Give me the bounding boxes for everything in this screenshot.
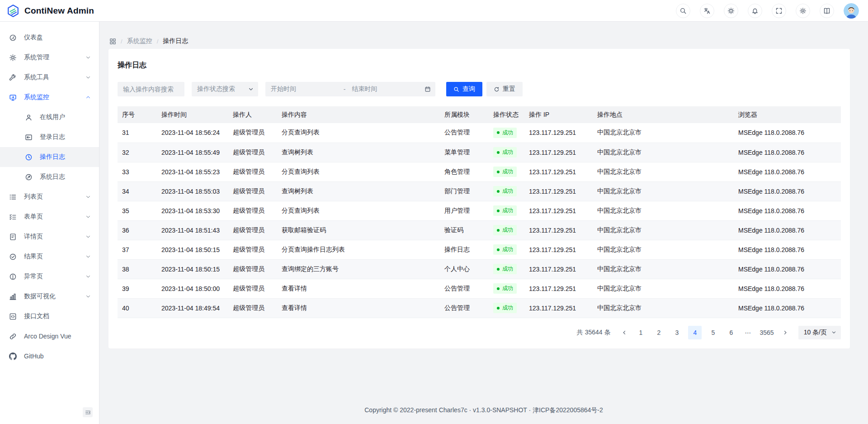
page-size-select[interactable]: 10 条/页 — [798, 326, 841, 339]
app-title: ContiNew Admin — [24, 6, 94, 16]
pagination-ellipsis[interactable]: ⋯ — [742, 329, 753, 336]
table-row[interactable]: 322023-11-04 18:55:49超级管理员查询树列表菜单管理成功123… — [118, 143, 841, 162]
table-row[interactable]: 362023-11-04 18:51:43超级管理员获取邮箱验证码验证码成功12… — [118, 220, 841, 240]
sidebar-item-detail[interactable]: 详情页 — [0, 227, 99, 247]
pagination-page-3[interactable]: 3 — [670, 326, 684, 339]
pagination-page-6[interactable]: 6 — [724, 326, 738, 339]
user-avatar[interactable] — [844, 3, 859, 19]
status-cell: 成功 — [489, 220, 524, 240]
sidebar-item-label: Arco Design Vue — [24, 333, 91, 340]
docs-button[interactable] — [820, 4, 834, 18]
table-cell: 2023-11-04 18:51:43 — [157, 220, 228, 240]
reset-button[interactable]: 重置 — [486, 82, 523, 96]
pagination-page-1[interactable]: 1 — [634, 326, 647, 339]
table-row[interactable]: 332023-11-04 18:55:23超级管理员分页查询列表角色管理成功12… — [118, 162, 841, 181]
sidebar-item-syslog[interactable]: 系统日志 — [0, 167, 99, 187]
sidebar-item-label: 系统监控 — [24, 93, 85, 101]
notifications-button[interactable] — [748, 4, 762, 18]
detail-icon — [9, 233, 17, 241]
table-cell: 菜单管理 — [440, 143, 489, 162]
table-column-header: 操作时间 — [157, 106, 228, 123]
table-cell: 36 — [118, 220, 157, 240]
apps-grid-icon[interactable] — [109, 38, 116, 45]
date-range-picker[interactable]: 开始时间 - 结束时间 — [265, 82, 435, 96]
table-cell: 用户管理 — [440, 201, 489, 220]
result-icon — [9, 253, 17, 261]
breadcrumb-item-current: 操作日志 — [163, 37, 188, 45]
sidebar-item-wrench[interactable]: 系统工具 — [0, 67, 99, 87]
sidebar-item-form[interactable]: 表单页 — [0, 207, 99, 227]
sidebar-item-list[interactable]: 列表页 — [0, 187, 99, 207]
table-cell: 超级管理员 — [228, 240, 277, 259]
table-cell: MSEdge 118.0.2088.76 — [734, 143, 841, 162]
table-row[interactable]: 382023-11-04 18:50:15超级管理员查询绑定的三方账号个人中心成… — [118, 259, 841, 279]
wrench-icon — [9, 74, 17, 81]
sidebar-item-label: 系统工具 — [24, 73, 85, 81]
table-cell: 超级管理员 — [228, 201, 277, 220]
brand[interactable]: ContiNew Admin — [0, 4, 94, 18]
pagination-next-button[interactable] — [778, 326, 792, 339]
breadcrumb-item-parent[interactable]: 系统监控 — [127, 37, 152, 45]
chevron-down-icon — [85, 75, 91, 80]
sidebar-item-github[interactable]: GitHub — [0, 346, 99, 366]
sidebar-item-chart[interactable]: 数据可视化 — [0, 286, 99, 306]
operation-status-select[interactable]: 操作状态搜索 — [192, 82, 258, 96]
table-row[interactable]: 312023-11-04 18:56:24超级管理员分页查询列表公告管理成功12… — [118, 123, 841, 143]
sidebar-item-dashboard[interactable]: 仪表盘 — [0, 28, 99, 48]
sidebar-item-login-log[interactable]: 登录日志 — [0, 127, 99, 147]
sidebar-item-result[interactable]: 结果页 — [0, 247, 99, 267]
chevron-right-icon — [783, 330, 788, 335]
table-cell: 部门管理 — [440, 181, 489, 201]
table-cell: 公告管理 — [440, 279, 489, 298]
table-cell: 分页查询列表 — [277, 123, 440, 143]
table-cell: 查询树列表 — [277, 143, 440, 162]
status-badge: 成功 — [493, 225, 517, 235]
sidebar-item-link[interactable]: Arco Design Vue — [0, 326, 99, 346]
fullscreen-button[interactable] — [772, 4, 786, 18]
table-cell: 超级管理员 — [228, 123, 277, 143]
pagination-page-3565[interactable]: 3565 — [758, 326, 775, 339]
table-row[interactable]: 352023-11-04 18:53:30超级管理员分页查询列表用户管理成功12… — [118, 201, 841, 220]
pagination-page-2[interactable]: 2 — [652, 326, 665, 339]
chevron-down-icon — [831, 330, 836, 335]
chevron-down-icon — [85, 214, 91, 219]
table-column-header: 操作状态 — [489, 106, 524, 123]
sidebar-item-monitor[interactable]: 系统监控 — [0, 87, 99, 107]
app-logo-icon — [6, 4, 20, 18]
table-cell: MSEdge 118.0.2088.76 — [734, 240, 841, 259]
search-button[interactable]: 查询 — [446, 82, 482, 96]
pagination-page-5[interactable]: 5 — [706, 326, 720, 339]
table-row[interactable]: 372023-11-04 18:50:15超级管理员分页查询操作日志列表操作日志… — [118, 240, 841, 259]
status-dot-icon — [497, 131, 500, 134]
sidebar-item-gear[interactable]: 系统管理 — [0, 48, 99, 67]
search-button[interactable] — [676, 4, 690, 18]
chevron-down-icon — [85, 254, 91, 259]
table-cell: 中国北京北京市 — [593, 123, 734, 143]
sidebar-item-api-doc[interactable]: 接口文档 — [0, 306, 99, 326]
table-cell: 超级管理员 — [228, 220, 277, 240]
pagination-page-4[interactable]: 4 — [688, 326, 702, 339]
chevron-down-icon — [248, 86, 254, 92]
table-row[interactable]: 342023-11-04 18:55:03超级管理员查询树列表部门管理成功123… — [118, 181, 841, 201]
sidebar-item-label: 登录日志 — [40, 133, 91, 141]
table-row[interactable]: 402023-11-04 18:49:54超级管理员查看详情公告管理成功123.… — [118, 298, 841, 318]
chevron-down-icon — [85, 274, 91, 279]
sidebar-collapse-button[interactable] — [83, 407, 93, 417]
table-row[interactable]: 392023-11-04 18:50:00超级管理员查看详情公告管理成功123.… — [118, 279, 841, 298]
sidebar-item-user[interactable]: 在线用户 — [0, 107, 99, 127]
table-cell: 角色管理 — [440, 162, 489, 181]
gear-icon — [9, 54, 17, 62]
sidebar-item-clock[interactable]: 操作日志 — [0, 147, 99, 167]
table-cell: 查询树列表 — [277, 181, 440, 201]
footer-copyright: Copyright © 2022-present Charles7c · v1.… — [99, 406, 868, 414]
settings-button[interactable] — [796, 4, 810, 18]
table-cell: 123.117.129.251 — [524, 143, 593, 162]
operation-content-search-input[interactable] — [118, 82, 184, 96]
status-cell: 成功 — [489, 298, 524, 318]
translate-button[interactable] — [700, 4, 714, 18]
status-dot-icon — [497, 307, 500, 310]
pagination-prev-button[interactable] — [618, 326, 631, 339]
theme-button[interactable] — [724, 4, 738, 18]
sidebar-item-exception[interactable]: 异常页 — [0, 267, 99, 286]
status-dot-icon — [497, 190, 500, 193]
